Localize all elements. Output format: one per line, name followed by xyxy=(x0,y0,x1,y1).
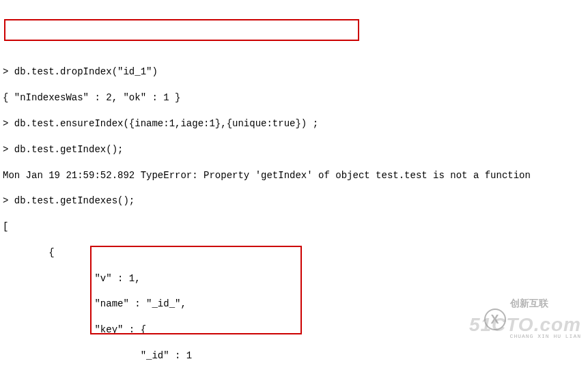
cmd-dropindex: > db.test.dropIndex("id_1") xyxy=(3,66,585,78)
logo-sub-text: CHUANG XIN HU LIAN xyxy=(510,333,581,341)
error-line: Mon Jan 19 21:59:52.892 TypeError: Prope… xyxy=(3,169,585,182)
logo-text-wrap: 创新互联 CHUANG XIN HU LIAN xyxy=(510,272,581,367)
logo-icon: X xyxy=(484,309,506,330)
cmd-getindexes: > db.test.getIndexes(); xyxy=(3,195,585,208)
logo-main-text: 创新互联 xyxy=(510,298,581,308)
output-bracket-open: [ xyxy=(3,220,585,233)
cmd-getindex: > db.test.getIndex(); xyxy=(3,143,585,156)
cmd-ensureindex: > db.test.ensureIndex({iname:1,iage:1},{… xyxy=(3,117,585,130)
index-0-open: { xyxy=(3,246,585,259)
watermark-logo: X 创新互联 CHUANG XIN HU LIAN xyxy=(484,272,581,367)
highlight-ensureindex xyxy=(4,19,359,41)
result-dropindex: { "nIndexesWas" : 2, "ok" : 1 } xyxy=(3,91,585,104)
